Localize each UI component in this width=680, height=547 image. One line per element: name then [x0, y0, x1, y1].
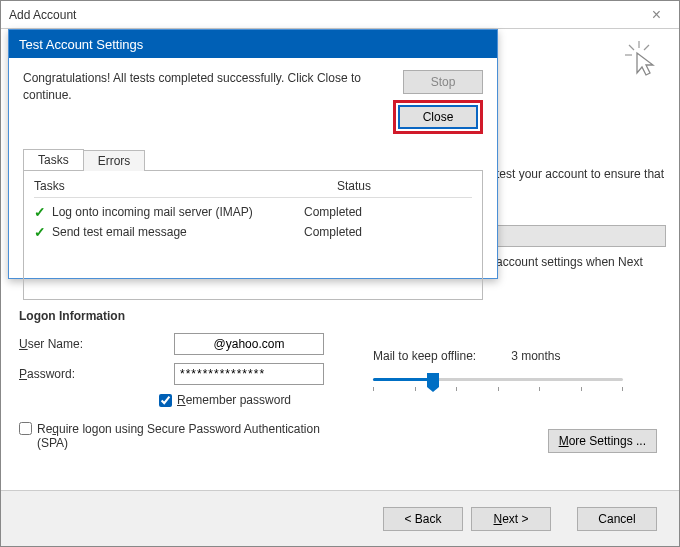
col-header-status: Status [304, 179, 404, 193]
mail-offline-value: 3 months [511, 349, 560, 363]
mail-offline-label: Mail to keep offline: [373, 349, 476, 363]
slider-thumb-icon[interactable] [427, 373, 439, 387]
close-icon[interactable]: × [634, 1, 679, 29]
back-button[interactable]: < Back [383, 507, 463, 531]
check-icon: ✓ [34, 224, 46, 240]
main-titlebar: Add Account × [1, 1, 679, 29]
password-label: Password: [19, 367, 174, 381]
test-info-text: test your account to ensure that [496, 165, 666, 183]
test-settings-dialog: Test Account Settings Congratulations! A… [8, 29, 498, 279]
close-button-highlight: Close [393, 100, 483, 134]
test-account-button-disabled [496, 225, 666, 247]
logon-heading: Logon Information [19, 309, 659, 323]
remember-password-label: Remember password [177, 393, 291, 407]
mail-offline-section: Mail to keep offline: 3 months [373, 349, 633, 391]
task-status: Completed [304, 225, 404, 239]
username-field[interactable] [174, 333, 324, 355]
col-header-tasks: Tasks [34, 179, 304, 193]
task-name: Log onto incoming mail server (IMAP) [52, 205, 253, 219]
more-settings-button[interactable]: More Settings ... [548, 429, 657, 453]
spa-checkbox[interactable] [19, 422, 32, 435]
dialog-footer: < Back Next > Cancel [1, 490, 679, 546]
mail-offline-slider[interactable] [373, 371, 623, 391]
results-tabs: Tasks Errors Tasks Status ✓Log onto inco… [23, 170, 483, 300]
dialog-message: Congratulations! All tests completed suc… [23, 70, 401, 134]
password-field[interactable] [174, 363, 324, 385]
task-row: ✓Send test email message Completed [34, 222, 472, 242]
task-row: ✓Log onto incoming mail server (IMAP) Co… [34, 202, 472, 222]
stop-button: Stop [403, 70, 483, 94]
close-button[interactable]: Close [398, 105, 478, 129]
tab-tasks[interactable]: Tasks [23, 149, 84, 170]
add-account-window: Add Account × test your account to ensur… [0, 0, 680, 547]
remember-password-checkbox[interactable] [159, 394, 172, 407]
task-name: Send test email message [52, 225, 187, 239]
spa-label: Require logon using Secure Password Auth… [37, 422, 347, 450]
cancel-button[interactable]: Cancel [577, 507, 657, 531]
dialog-title: Test Account Settings [9, 30, 497, 58]
main-title: Add Account [9, 8, 76, 22]
next-button[interactable]: Next > [471, 507, 551, 531]
auto-test-text: account settings when Next [496, 255, 666, 269]
username-label: User Name: [19, 337, 174, 351]
task-status: Completed [304, 205, 404, 219]
check-icon: ✓ [34, 204, 46, 220]
tab-errors[interactable]: Errors [83, 150, 146, 171]
